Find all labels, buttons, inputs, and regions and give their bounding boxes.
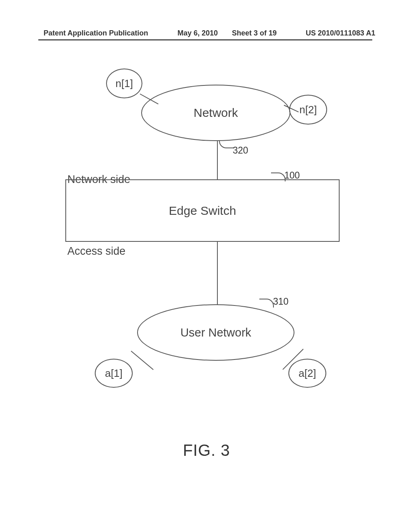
node-n2: n[2]: [289, 95, 327, 125]
node-a2: a[2]: [288, 359, 326, 388]
figure-caption: FIG. 3: [0, 441, 413, 459]
header-publication-number: US 2010/0111083 A1: [306, 29, 375, 37]
node-a1: a[1]: [95, 359, 133, 388]
leader-320: [219, 140, 234, 148]
header-date: May 6, 2010: [177, 29, 218, 37]
figure-diagram: n[1] Network n[2] 320 Network side 100 E…: [40, 69, 373, 431]
node-n1: n[1]: [106, 69, 142, 98]
leader-310: [259, 299, 274, 308]
header-sheet: Sheet 3 of 19: [232, 29, 277, 37]
edge-switch-box: Edge Switch: [65, 179, 340, 242]
reference-320: 320: [233, 145, 248, 156]
reference-310: 310: [273, 296, 288, 307]
connector-switch-user: [217, 242, 218, 304]
connector-a1: [131, 351, 153, 370]
header-rule: [38, 39, 372, 40]
connector-network-switch: [217, 141, 218, 179]
network-ellipse: Network: [141, 85, 290, 141]
user-network-ellipse: User Network: [137, 304, 294, 361]
access-side-label: Access side: [67, 245, 125, 258]
header-publication-type: Patent Application Publication: [44, 29, 148, 37]
